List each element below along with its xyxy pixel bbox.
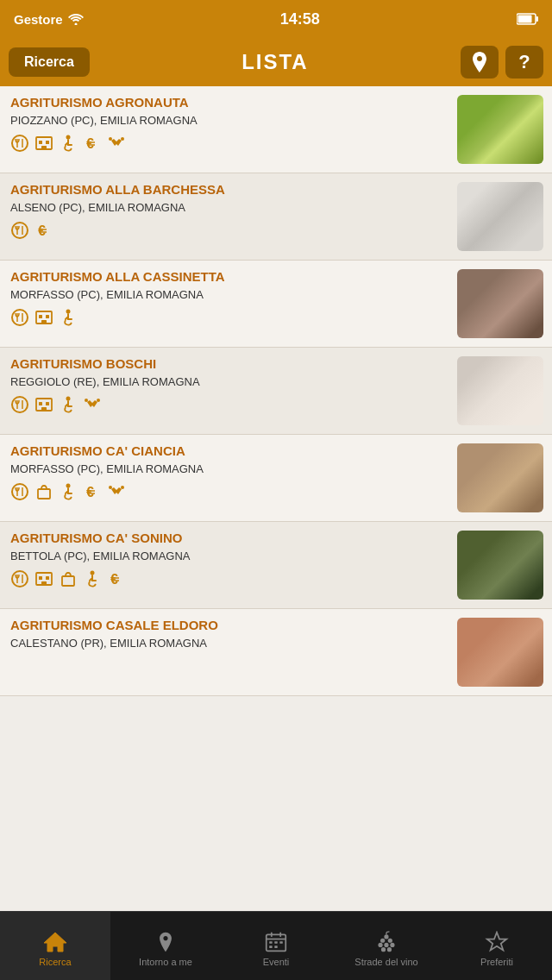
item-content: AGRITURISMO BOSCHI REGGIOLO (RE), EMILIA… [10,356,457,425]
tab-strade[interactable]: Strade del vino [331,912,442,980]
svg-rect-71 [269,945,272,948]
svg-text:€: € [86,485,94,499]
item-name: AGRITURISMO AGRONAUTA [10,95,448,110]
location-button[interactable] [461,46,499,79]
grape-icon [373,931,399,953]
item-name: AGRITURISMO CA' SONINO [10,531,448,546]
svg-point-79 [381,947,386,952]
calendar-icon [263,931,289,953]
header-actions: ? [461,46,543,79]
svg-point-77 [384,942,388,946]
amenity-icon [83,395,102,419]
list-item[interactable]: AGRITURISMO BOSCHI REGGIOLO (RE), EMILIA… [0,348,552,435]
list-item[interactable]: AGRITURISMO CA' CIANCIA MORFASSO (PC), E… [0,435,552,522]
item-image [457,443,543,512]
amenity-icon [34,134,53,158]
svg-marker-83 [487,932,507,950]
header: Ricerca LISTA ? [0,38,552,86]
amenity-icon [34,569,53,594]
item-location: REGGIOLO (RE), EMILIA ROMAGNA [10,375,448,388]
item-location: PIOZZANO (PC), EMILIA ROMAGNA [10,114,448,127]
tab-intorno-label: Intorno a me [139,957,192,967]
help-icon: ? [518,51,530,73]
item-amenities: € [10,482,448,506]
svg-point-75 [388,938,392,942]
amenity-icon [59,134,78,158]
tab-ricerca[interactable]: Ricerca [0,912,110,980]
amenity-icon [34,482,53,506]
tab-bar: Ricerca Intorno a me Eventi [0,911,552,980]
svg-point-23 [12,310,28,325]
svg-point-4 [12,135,28,151]
svg-rect-3 [518,16,532,23]
svg-point-51 [12,571,28,587]
svg-point-31 [12,397,28,412]
svg-rect-37 [41,407,47,411]
tab-preferiti-label: Preferiti [480,957,513,967]
svg-marker-63 [44,933,66,952]
svg-point-38 [66,397,71,401]
tab-intorno[interactable]: Intorno a me [110,912,221,980]
svg-rect-69 [274,941,277,944]
svg-point-0 [74,23,77,26]
svg-point-41 [12,484,28,499]
item-location: MORFASSO (PC), EMILIA ROMAGNA [10,462,448,475]
tab-eventi[interactable]: Eventi [221,912,331,980]
item-content: AGRITURISMO CASALE ELDORO CALESTANO (PR)… [10,618,457,687]
amenity-icon [34,308,53,332]
svg-rect-55 [39,576,42,580]
item-image [457,182,543,251]
svg-rect-35 [39,402,42,405]
item-name: AGRITURISMO ALLA BARCHESSA [10,182,448,198]
svg-rect-58 [62,576,74,586]
list-item[interactable]: AGRITURISMO AGRONAUTA PIOZZANO (PC), EMI… [0,86,552,173]
svg-text:€: € [110,572,118,587]
item-name: AGRITURISMO BOSCHI [10,356,448,372]
help-button[interactable]: ? [505,46,543,79]
status-bar: Gestore 14:58 [0,0,552,38]
star-icon [484,931,510,953]
svg-point-15 [109,137,112,141]
svg-point-40 [97,399,100,402]
battery-icon [517,13,538,25]
svg-text:€: € [86,136,94,151]
svg-text:€: € [38,223,46,238]
list-item[interactable]: AGRITURISMO CASALE ELDORO CALESTANO (PR)… [0,609,552,696]
tab-eventi-label: Eventi [263,957,290,967]
svg-rect-36 [46,402,49,405]
amenity-icon [59,308,78,332]
svg-point-80 [387,947,392,952]
svg-point-59 [91,571,95,575]
item-amenities: € [10,569,448,594]
list-container[interactable]: AGRITURISMO AGRONAUTA PIOZZANO (PC), EMI… [0,86,552,911]
svg-point-49 [109,486,112,489]
svg-rect-2 [536,16,539,22]
list-item[interactable]: AGRITURISMO ALLA BARCHESSA ALSENO (PC), … [0,173,552,261]
tab-preferiti[interactable]: Preferiti [442,912,552,980]
svg-rect-72 [274,945,277,948]
svg-point-78 [390,942,394,946]
item-content: AGRITURISMO AGRONAUTA PIOZZANO (PC), EMI… [10,95,457,164]
item-content: AGRITURISMO ALLA BARCHESSA ALSENO (PC), … [10,182,457,251]
tab-strade-label: Strade del vino [354,957,417,967]
item-location: ALSENO (PC), EMILIA ROMAGNA [10,201,448,214]
svg-rect-44 [38,489,50,499]
item-amenities: € [10,134,448,158]
item-name: AGRITURISMO CA' CIANCIA [10,443,448,459]
amenity-icon [59,395,78,419]
amenity-icon [10,134,29,158]
svg-point-17 [12,223,28,238]
amenity-icon [83,569,102,594]
svg-point-74 [380,938,385,942]
svg-point-50 [121,486,124,489]
amenity-icon: € [34,221,53,245]
item-name: AGRITURISMO ALLA CASSINETTA [10,269,448,285]
search-button[interactable]: Ricerca [9,47,90,77]
amenity-icon [34,395,53,419]
item-location: BETTOLA (PC), EMILIA ROMAGNA [10,550,448,562]
list-item[interactable]: AGRITURISMO CA' SONINO BETTOLA (PC), EMI… [0,522,552,609]
amenity-icon: € [107,569,126,594]
status-right [517,13,538,25]
list-item[interactable]: AGRITURISMO ALLA CASSINETTA MORFASSO (PC… [0,261,552,348]
item-content: AGRITURISMO CA' SONINO BETTOLA (PC), EMI… [10,531,457,600]
